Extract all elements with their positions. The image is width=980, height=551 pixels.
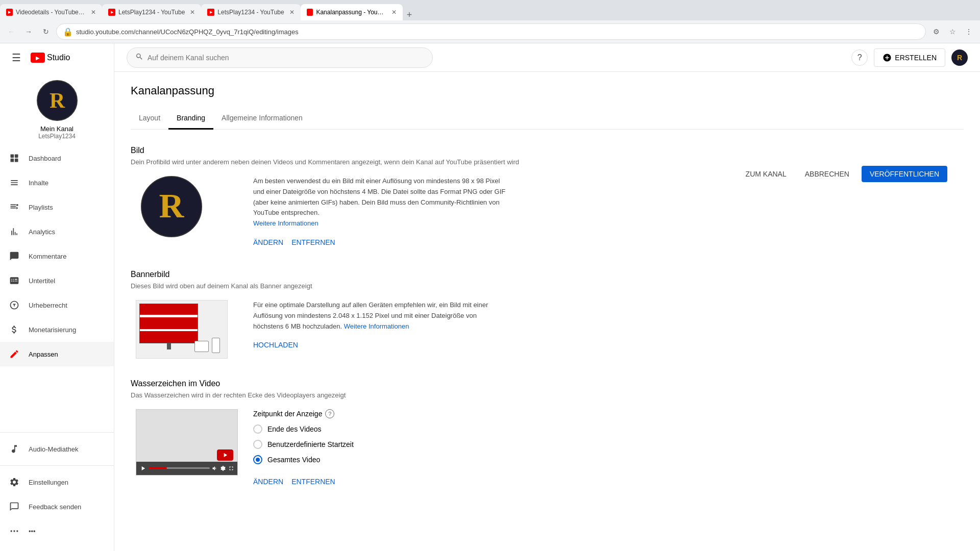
sidebar-item-untertitel[interactable]: Untertitel: [0, 268, 114, 293]
watermark-icon: [217, 449, 233, 461]
wasserzeichen-content: Zeitpunkt der Anzeige ? Ende des Videos …: [131, 409, 964, 489]
extensions-button[interactable]: ⚙: [929, 24, 943, 39]
bookmark-button[interactable]: ☆: [945, 24, 960, 39]
sidebar-item-einstellungen-label: Einstellungen: [29, 479, 68, 486]
zeitpunkt-label: Zeitpunkt der Anzeige ?: [253, 409, 508, 418]
tab-1-favicon: [108, 9, 115, 16]
bild-title: Bild: [131, 146, 964, 155]
tab-1-close[interactable]: ✕: [190, 9, 195, 16]
bannerbild-action-btns: HOCHLADEN: [253, 338, 508, 352]
tab-0-label: Videodetails - YouTube St...: [16, 9, 86, 16]
bannerbild-content: Für eine optimale Darstellung auf allen …: [131, 300, 964, 359]
zum-kanal-button[interactable]: ZUM KANAL: [740, 166, 793, 182]
page-title: Kanalanpassung: [131, 84, 964, 97]
sidebar-item-kommentare-label: Kommentare: [29, 253, 66, 260]
svg-text:R: R: [49, 89, 65, 112]
sidebar-item-anpassen-label: Anpassen: [29, 350, 58, 358]
tab-allgemeine[interactable]: Allgemeine Informationen: [213, 108, 311, 130]
dashboard-icon: [8, 152, 20, 164]
analytics-icon: [8, 226, 20, 238]
wasserzeichen-entfernen-button[interactable]: ENTFERNEN: [291, 474, 335, 489]
back-button[interactable]: ←: [4, 24, 18, 39]
sidebar-item-audio-mediathek[interactable]: Audio-Mediathek: [0, 437, 114, 461]
sidebar-item-urheberrecht[interactable]: Urheberrecht: [0, 293, 114, 317]
help-button[interactable]: ?: [851, 49, 868, 66]
sidebar-item-monetarisierung[interactable]: Monetarisierung: [0, 317, 114, 342]
create-button[interactable]: ERSTELLEN: [874, 48, 945, 67]
sidebar-item-feedback-label: Feedback senden: [29, 503, 81, 511]
bannerbild-hochladen-button[interactable]: HOCHLADEN: [253, 338, 298, 352]
hamburger-menu[interactable]: ☰: [8, 49, 24, 66]
tab-1[interactable]: LetsPlay1234 - YouTube ✕: [102, 4, 201, 20]
tab-layout[interactable]: Layout: [131, 108, 168, 130]
tab-0-close[interactable]: ✕: [91, 9, 96, 16]
browser-toolbar: ⚙ ☆ ⋮: [929, 24, 976, 39]
einstellungen-icon: [8, 476, 20, 488]
sidebar-item-more[interactable]: •••: [0, 519, 114, 543]
radio-ende[interactable]: Ende des Videos: [253, 424, 508, 434]
sidebar-item-inhalte[interactable]: Inhalte: [0, 170, 114, 195]
radio-benutzerdefiniert[interactable]: Benutzerdefinierte Startzeit: [253, 440, 508, 449]
tab-2-close[interactable]: ✕: [289, 9, 295, 16]
new-tab-button[interactable]: +: [403, 10, 416, 20]
wasserzeichen-preview: [131, 409, 233, 475]
page-header-wrapper: Kanalanpassung ZUM KANAL ABBRECHEN VERÖF…: [131, 84, 964, 97]
sidebar-item-more-label: •••: [29, 528, 36, 535]
radio-circle-benutzerdefiniert: [253, 440, 262, 449]
sidebar-item-playlists[interactable]: Playlists: [0, 195, 114, 219]
address-lock-icon: 🔒: [63, 27, 73, 37]
forward-button[interactable]: →: [21, 24, 36, 39]
svg-point-6: [11, 530, 12, 532]
zeitpunkt-help-icon[interactable]: ?: [325, 409, 334, 418]
sidebar-item-anpassen[interactable]: Anpassen: [0, 342, 114, 366]
urheberrecht-icon: [8, 299, 20, 311]
svg-rect-5: [15, 159, 18, 162]
anpassen-icon: [8, 348, 20, 360]
inhalte-icon: [8, 177, 20, 189]
page-content: Kanalanpassung ZUM KANAL ABBRECHEN VERÖF…: [114, 72, 980, 521]
app-layout: ☰ Studio R Mein Kanal LetsPlay1234: [0, 43, 980, 551]
sidebar-item-feedback[interactable]: Feedback senden: [0, 494, 114, 519]
sidebar-item-analytics[interactable]: Analytics: [0, 219, 114, 244]
radio-gesamtes[interactable]: Gesamtes Video: [253, 455, 508, 464]
wasserzeichen-title: Wasserzeichen im Video: [131, 379, 964, 388]
menu-button[interactable]: ⋮: [962, 24, 976, 39]
wasserzeichen-aendern-button[interactable]: ÄNDERN: [253, 474, 283, 489]
address-bar[interactable]: 🔒 studio.youtube.com/channel/UCocN6zQPHQ…: [56, 23, 926, 40]
bild-aendern-button[interactable]: ÄNDERN: [253, 235, 283, 249]
tab-0-favicon: [6, 9, 13, 16]
bild-section: Bild Dein Profibild wird unter anderem n…: [131, 146, 964, 249]
sidebar-divider: [0, 432, 114, 433]
sidebar-divider-2: [0, 465, 114, 466]
tab-3[interactable]: Kanalanpassung - YouTub... ✕: [301, 4, 403, 20]
monitor-stand: [167, 343, 171, 349]
abbrechen-button[interactable]: ABBRECHEN: [799, 166, 855, 182]
bannerbild-info-link[interactable]: Weitere Informationen: [344, 322, 409, 330]
svg-rect-3: [15, 155, 18, 158]
tab-3-close[interactable]: ✕: [391, 9, 397, 16]
bild-info-link[interactable]: Weitere Informationen: [253, 219, 318, 227]
veroeffentlichen-button[interactable]: VERÖFFENTLICHEN: [862, 166, 947, 182]
tab-branding[interactable]: Branding: [168, 108, 213, 130]
svg-point-8: [16, 530, 18, 532]
bild-action-btns: ÄNDERN ENTFERNEN: [253, 235, 508, 249]
tab-2[interactable]: LetsPlay1234 - YouTube ✕: [201, 4, 300, 20]
profile-preview-image: R: [142, 176, 201, 237]
volume-icon: [212, 465, 218, 471]
bild-info: Am besten verwendest du ein Bild mit ein…: [253, 176, 508, 249]
user-avatar[interactable]: R: [951, 49, 968, 66]
tab-0[interactable]: Videodetails - YouTube St... ✕: [0, 4, 102, 20]
search-bar-container: [127, 47, 433, 68]
bild-entfernen-button[interactable]: ENTFERNEN: [291, 235, 335, 249]
sidebar-item-dashboard[interactable]: Dashboard: [0, 146, 114, 170]
search-input[interactable]: [148, 54, 424, 62]
play-pause-icon: [139, 465, 146, 472]
bannerbild-desc: Dieses Bild wird oben auf deinem Kanal a…: [131, 282, 964, 290]
sidebar-item-kommentare[interactable]: Kommentare: [0, 244, 114, 268]
radio-label-benutzerdefiniert: Benutzerdefinierte Startzeit: [267, 440, 354, 448]
banner-stripes: [140, 304, 198, 343]
sidebar-item-einstellungen[interactable]: Einstellungen: [0, 470, 114, 494]
untertitel-icon: [8, 274, 20, 287]
bild-preview: R: [131, 176, 233, 237]
refresh-button[interactable]: ↻: [39, 24, 53, 39]
